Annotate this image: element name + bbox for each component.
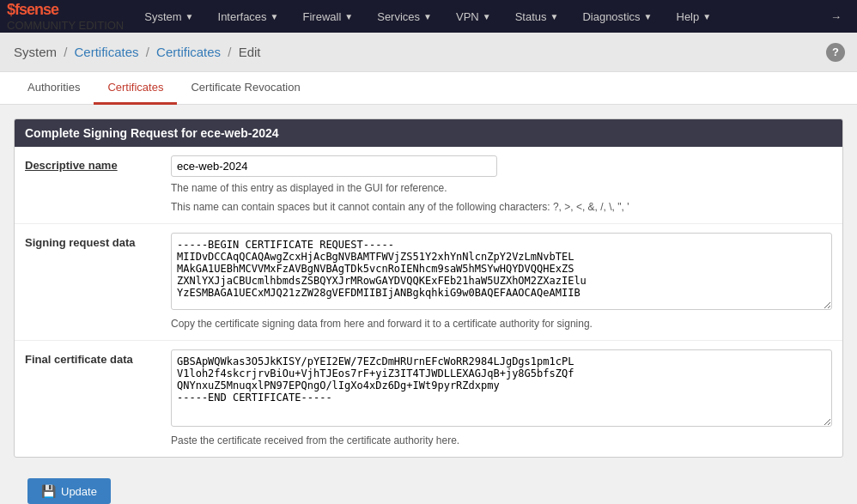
pfsense-logo-text: $fsense bbox=[7, 1, 124, 19]
brand-logo: $fsense COMMUNITY EDITION bbox=[7, 1, 124, 32]
final-cert-textarea[interactable]: GBSApWQWkas3O5JkKISY/pYEI2EW/7EZcDmHRUrn… bbox=[171, 349, 832, 427]
section-body: Descriptive name The name of this entry … bbox=[15, 147, 842, 457]
save-icon: 💾 bbox=[41, 484, 56, 498]
breadcrumb-certificates-link1[interactable]: Certificates bbox=[75, 45, 139, 59]
signing-request-textarea[interactable]: -----BEGIN CERTIFICATE REQUEST----- MIID… bbox=[171, 233, 832, 310]
logout-icon: → bbox=[830, 10, 842, 23]
help-caret: ▼ bbox=[702, 12, 711, 21]
nav-services[interactable]: Services ▼ bbox=[365, 0, 444, 33]
signing-request-help: Copy the certificate signing data from h… bbox=[171, 316, 832, 331]
final-cert-row: Final certificate data GBSApWQWkas3O5JkK… bbox=[15, 341, 842, 457]
nav-system[interactable]: System ▼ bbox=[132, 0, 205, 33]
final-cert-field: GBSApWQWkas3O5JkKISY/pYEI2EW/7EZcDmHRUrn… bbox=[171, 349, 832, 448]
tab-authorities[interactable]: Authorities bbox=[14, 72, 94, 105]
help-icon[interactable]: ? bbox=[826, 43, 845, 62]
breadcrumb-sep2: / bbox=[146, 45, 149, 59]
edition-label: COMMUNITY EDITION bbox=[7, 19, 124, 32]
main-navbar: $fsense COMMUNITY EDITION System ▼ Inter… bbox=[0, 0, 857, 33]
tab-certificate-revocation[interactable]: Certificate Revocation bbox=[177, 72, 313, 105]
tab-certificates[interactable]: Certificates bbox=[94, 72, 177, 105]
interfaces-caret: ▼ bbox=[270, 12, 279, 21]
logout-button[interactable]: → bbox=[822, 0, 850, 33]
section-title: Complete Signing Request for ece-web-202… bbox=[15, 119, 842, 147]
descriptive-name-help1: The name of this entry as displayed in t… bbox=[171, 180, 832, 196]
services-caret: ▼ bbox=[423, 12, 432, 21]
firewall-caret: ▼ bbox=[344, 12, 353, 21]
signing-request-label: Signing request data bbox=[25, 233, 171, 249]
breadcrumb-system: System bbox=[14, 45, 57, 59]
breadcrumb-current: Edit bbox=[239, 45, 261, 59]
signing-request-row: Signing request data -----BEGIN CERTIFIC… bbox=[15, 224, 842, 341]
breadcrumb: System / Certificates / Certificates / E… bbox=[0, 33, 857, 72]
signing-request-field: -----BEGIN CERTIFICATE REQUEST----- MIID… bbox=[171, 233, 832, 331]
nav-status[interactable]: Status ▼ bbox=[503, 0, 571, 33]
breadcrumb-sep3: / bbox=[228, 45, 231, 59]
descriptive-name-input[interactable] bbox=[171, 155, 497, 177]
vpn-caret: ▼ bbox=[483, 12, 491, 21]
diagnostics-caret: ▼ bbox=[644, 12, 653, 21]
breadcrumb-sep1: / bbox=[64, 45, 67, 59]
breadcrumb-certificates-link2[interactable]: Certificates bbox=[156, 45, 221, 59]
descriptive-name-help2: This name can contain spaces but it cann… bbox=[171, 199, 832, 215]
descriptive-name-field: The name of this entry as displayed in t… bbox=[171, 155, 832, 215]
descriptive-name-label: Descriptive name bbox=[25, 155, 171, 172]
nav-help[interactable]: Help ▼ bbox=[665, 0, 724, 33]
status-caret: ▼ bbox=[550, 12, 558, 21]
nav-firewall[interactable]: Firewall ▼ bbox=[291, 0, 366, 33]
nav-diagnostics[interactable]: Diagnostics ▼ bbox=[570, 0, 664, 33]
nav-items: System ▼ Interfaces ▼ Firewall ▼ Service… bbox=[132, 0, 822, 33]
csr-section: Complete Signing Request for ece-web-202… bbox=[14, 118, 843, 458]
update-label: Update bbox=[61, 485, 97, 498]
nav-vpn[interactable]: VPN ▼ bbox=[444, 0, 503, 33]
tabs-bar: Authorities Certificates Certificate Rev… bbox=[0, 72, 857, 105]
system-caret: ▼ bbox=[185, 12, 194, 21]
nav-interfaces[interactable]: Interfaces ▼ bbox=[206, 0, 291, 33]
breadcrumb-text: System / Certificates / Certificates / E… bbox=[14, 45, 260, 59]
descriptive-name-row: Descriptive name The name of this entry … bbox=[15, 147, 842, 224]
final-cert-label: Final certificate data bbox=[25, 349, 171, 366]
final-cert-help: Paste the certificate received from the … bbox=[171, 433, 832, 448]
main-content: Complete Signing Request for ece-web-202… bbox=[0, 105, 857, 504]
update-button[interactable]: 💾 Update bbox=[27, 478, 111, 504]
